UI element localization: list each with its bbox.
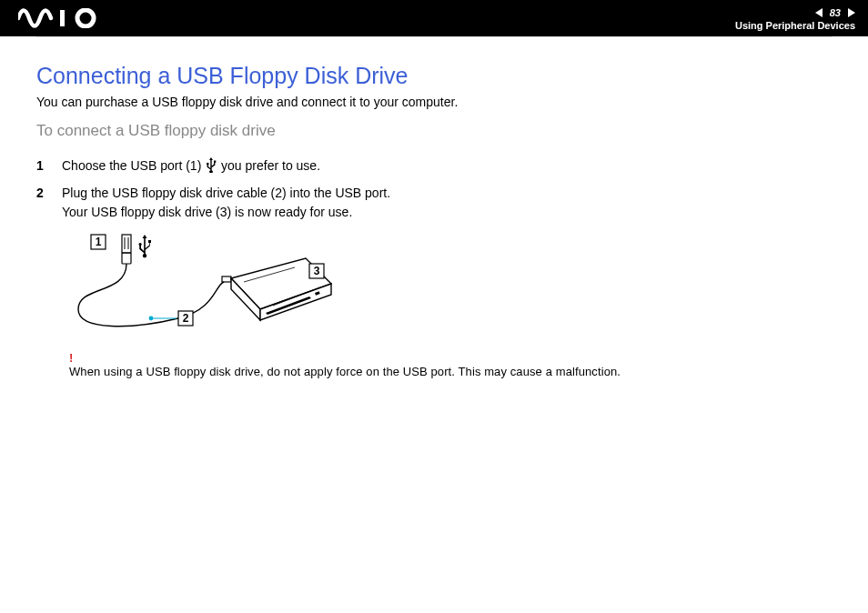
step-number: 2 xyxy=(36,184,62,203)
svg-rect-7 xyxy=(222,276,231,282)
intro-text: You can purchase a USB floppy disk drive… xyxy=(36,95,832,109)
usb-connector-icon xyxy=(122,235,131,264)
svg-rect-3 xyxy=(122,235,131,253)
page-number: 83 xyxy=(826,7,844,18)
next-page-arrow[interactable] xyxy=(848,8,855,17)
svg-rect-4 xyxy=(122,253,131,264)
steps-list: 1 Choose the USB port (1) you prefer to … xyxy=(36,156,832,222)
caution-note: ! When using a USB floppy disk drive, do… xyxy=(69,351,832,379)
callout-1: 1 xyxy=(96,236,102,248)
page-title: Connecting a USB Floppy Disk Drive xyxy=(36,63,832,89)
usb-trident-icon xyxy=(139,235,152,257)
header-bar: 83 Using Peripheral Devices xyxy=(0,0,868,36)
vaio-logo xyxy=(18,8,102,28)
connection-diagram: 1 2 xyxy=(69,231,832,344)
subheading: To connect a USB floppy disk drive xyxy=(36,122,832,140)
prev-page-arrow[interactable] xyxy=(815,8,823,17)
step-number: 1 xyxy=(36,156,62,176)
caution-mark: ! xyxy=(69,351,832,365)
callout-2: 2 xyxy=(183,312,189,325)
step-text: Choose the USB port (1) you prefer to us… xyxy=(62,156,320,178)
usb-icon xyxy=(206,156,217,178)
page-content: Connecting a USB Floppy Disk Drive You c… xyxy=(0,37,868,379)
section-name: Using Peripheral Devices xyxy=(735,20,855,31)
step-text: Plug the USB floppy disk drive cable (2)… xyxy=(62,184,390,222)
callout-3: 3 xyxy=(314,265,320,277)
svg-rect-0 xyxy=(60,10,65,26)
page-nav: 83 xyxy=(815,7,855,18)
caution-text: When using a USB floppy disk drive, do n… xyxy=(69,365,621,378)
step-1: 1 Choose the USB port (1) you prefer to … xyxy=(36,156,832,178)
step-2: 2 Plug the USB floppy disk drive cable (… xyxy=(36,184,832,222)
svg-point-10 xyxy=(149,317,154,321)
svg-point-1 xyxy=(77,10,94,26)
